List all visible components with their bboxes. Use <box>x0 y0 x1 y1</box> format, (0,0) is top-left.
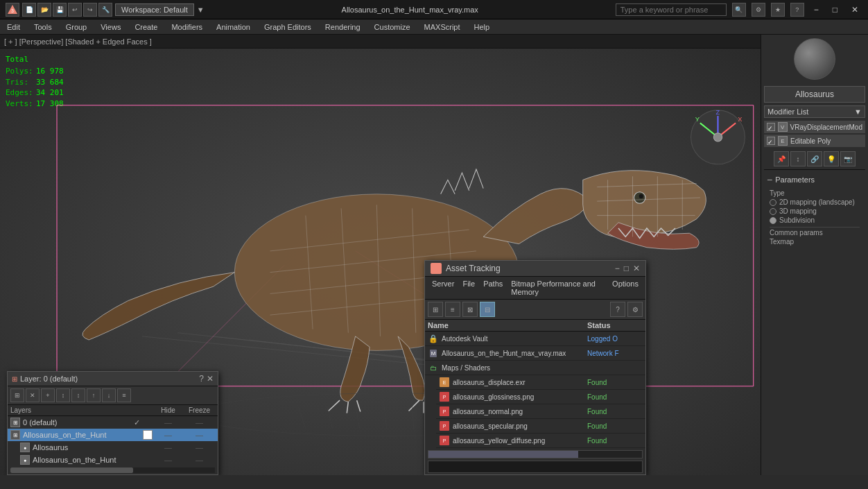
radio-2d-label: 2D mapping (landscape) <box>779 198 855 206</box>
menu-create[interactable]: Create <box>128 22 164 33</box>
layer-tb-icon3[interactable]: + <box>41 388 55 402</box>
list-item[interactable]: ⊞ 0 (default) ✓ — — <box>8 416 218 429</box>
asset-help-btn[interactable]: ? <box>610 302 625 317</box>
menu-help[interactable]: Help <box>467 22 497 33</box>
modifier-list-dropdown[interactable]: Modifier List ▼ <box>764 105 865 118</box>
list-item[interactable]: ● Allosaurus — — <box>8 441 218 454</box>
params-collapse-btn[interactable]: − <box>767 174 772 185</box>
minimize-btn[interactable]: − <box>810 3 823 16</box>
asset-menubar: Server File Paths Bitmap Performance and… <box>425 277 645 300</box>
mod-tb-pin[interactable]: 📌 <box>774 151 789 166</box>
layer-tb-icon7[interactable]: ↓ <box>102 388 116 402</box>
table-row[interactable]: P allosaurus_specular.png Found <box>436 419 645 434</box>
menu-maxscript[interactable]: MAXScript <box>417 22 467 33</box>
asset-row-status: Found <box>587 393 643 401</box>
layer-tb-icon6[interactable]: ↑ <box>87 388 101 402</box>
asset-close-btn[interactable]: ✕ <box>633 264 640 273</box>
asset-tracking-panel: Asset Tracking − □ ✕ Server File Paths B… <box>424 260 646 475</box>
menu-edit[interactable]: Edit <box>0 22 27 33</box>
layer-tb-icon8[interactable]: ≡ <box>117 388 131 402</box>
radio-subdivision[interactable]: Subdivision <box>770 216 860 224</box>
svg-line-36 <box>384 404 387 429</box>
modifier-checkbox[interactable] <box>767 123 775 131</box>
menu-graph-editors[interactable]: Graph Editors <box>257 22 318 33</box>
layer-tb-icon5[interactable]: ↕ <box>71 388 85 402</box>
table-row[interactable]: P allosaurus_normal.png Found <box>436 404 645 419</box>
menu-views[interactable]: Views <box>94 22 128 33</box>
radio-subdiv-dot[interactable] <box>770 217 776 224</box>
table-row[interactable]: P allosaurus_yellow_diffuse.png Found <box>436 434 645 448</box>
asset-tb-btn1[interactable]: ⊞ <box>428 302 443 317</box>
undo-btn[interactable]: ↩ <box>68 3 82 17</box>
layer-title-row: ⊞ Layer: 0 (default) <box>12 375 78 383</box>
layer-visibility-box[interactable] <box>143 430 153 440</box>
table-row[interactable]: 🔒 Autodesk Vault Logged O <box>425 332 645 346</box>
save-btn[interactable]: 💾 <box>53 3 67 17</box>
layer-tb-icon4[interactable]: ↕ <box>56 388 70 402</box>
layer-panel-title: ⊞ Layer: 0 (default) ? ✕ <box>8 372 218 386</box>
layer-tb-icon2[interactable]: ✕ <box>26 388 40 402</box>
asset-progressbar <box>428 450 643 458</box>
modifier-entry[interactable]: V VRayDisplacementMod <box>764 121 865 133</box>
asset-menu-server[interactable]: Server <box>428 278 458 298</box>
search-options-icon[interactable]: ⚙ <box>752 3 765 17</box>
modifier-entry[interactable]: E Editable Poly <box>764 135 865 147</box>
radio-3d-dot[interactable] <box>770 208 776 215</box>
mod-tb-light[interactable]: 💡 <box>824 151 839 166</box>
open-btn[interactable]: 📂 <box>37 3 51 17</box>
params-header: − Parameters <box>767 173 862 187</box>
asset-minimize-btn[interactable]: − <box>615 264 620 273</box>
layer-row-icon: ● <box>20 443 30 452</box>
close-btn[interactable]: ✕ <box>847 3 862 16</box>
asset-tb-btn2[interactable]: ≡ <box>445 302 460 317</box>
menu-animation[interactable]: Animation <box>209 22 257 33</box>
asset-menu-file[interactable]: File <box>458 278 479 298</box>
table-row[interactable]: M Allosaurus_on_the_Hunt_max_vray.max Ne… <box>425 346 645 361</box>
asset-options-btn[interactable]: ⚙ <box>627 302 643 317</box>
search-icon[interactable]: 🔍 <box>732 3 746 17</box>
asset-input-bar[interactable] <box>428 461 643 473</box>
table-row[interactable]: E allosaurus_displace.exr Found <box>436 375 645 390</box>
menu-modifiers[interactable]: Modifiers <box>164 22 209 33</box>
modifier-icon: V <box>778 122 788 132</box>
list-item[interactable]: ● Allosaurus_on_the_Hunt — — <box>8 454 218 466</box>
redo-btn[interactable]: ↪ <box>83 3 97 17</box>
asset-maximize-btn[interactable]: □ <box>624 264 629 273</box>
layer-tb-icon1[interactable]: ⊞ <box>10 388 24 402</box>
menu-tools[interactable]: Tools <box>27 22 59 33</box>
table-row[interactable]: P allosaurus_glossiness.png Found <box>436 390 645 404</box>
mod-tb-link[interactable]: 🔗 <box>807 151 822 166</box>
viewport[interactable]: [ + ] [Perspective] [Shaded + Edged Face… <box>0 35 761 475</box>
asset-tb-btn3[interactable]: ⊠ <box>462 302 478 317</box>
layer-scrollbar[interactable] <box>10 467 215 473</box>
favorites-icon[interactable]: ★ <box>771 3 785 17</box>
asset-menu-bitmap[interactable]: Bitmap Performance and Memory <box>507 278 608 298</box>
menu-group[interactable]: Group <box>59 22 94 33</box>
asset-panel-icon <box>431 263 442 274</box>
workspace-dropdown[interactable]: Workspace: Default <box>115 3 194 16</box>
asset-menu-paths[interactable]: Paths <box>479 278 507 298</box>
list-item[interactable]: ⊞ Allosaurus_on_the_Hunt — — <box>8 429 218 441</box>
mod-tb-camera[interactable]: 📷 <box>840 151 856 166</box>
modifier-checkbox[interactable] <box>767 137 775 145</box>
mod-tb-move[interactable]: ↕ <box>790 151 806 166</box>
asset-tb-btn4[interactable]: ⊟ <box>480 302 495 317</box>
search-input[interactable] <box>616 3 727 16</box>
layer-question-btn[interactable]: ? <box>199 374 204 384</box>
new-btn[interactable]: 📄 <box>22 3 36 17</box>
radio-subdiv-label: Subdivision <box>779 216 815 224</box>
radio-2d-mapping[interactable]: 2D mapping (landscape) <box>770 198 860 206</box>
maximize-btn[interactable]: □ <box>828 3 842 16</box>
right-panel: Allosaurus Modifier List ▼ V VRayDisplac… <box>761 35 868 475</box>
viewport-canvas[interactable]: Total Polys: 16 978 Tris: 33 684 Edges: … <box>0 49 761 475</box>
render-setup-btn[interactable]: 🔧 <box>98 3 112 17</box>
help-icon[interactable]: ? <box>790 3 804 17</box>
radio-2d-dot[interactable] <box>770 199 776 206</box>
menu-customize[interactable]: Customize <box>367 22 417 33</box>
asset-menu-options[interactable]: Options <box>608 278 643 298</box>
radio-3d-mapping[interactable]: 3D mapping <box>770 207 860 215</box>
svg-text:3: 3 <box>11 8 14 13</box>
menu-rendering[interactable]: Rendering <box>318 22 367 33</box>
table-row[interactable]: 🗀 Maps / Shaders <box>425 361 645 375</box>
layer-close-btn[interactable]: ✕ <box>207 374 214 384</box>
